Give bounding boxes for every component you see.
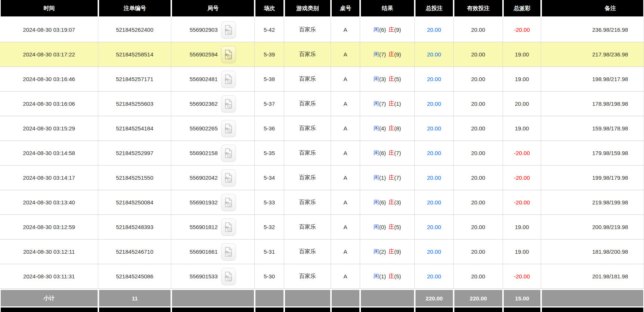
video-replay-button[interactable] bbox=[221, 219, 236, 236]
video-replay-button[interactable] bbox=[221, 243, 236, 260]
cell-total-bet[interactable]: 20.00 bbox=[415, 190, 454, 215]
video-file-icon bbox=[224, 222, 233, 232]
cell-remark: 198.98/217.98 bbox=[541, 67, 644, 92]
cell-total-bet[interactable]: 20.00 bbox=[415, 67, 454, 92]
cell-total-payout: 19.00 bbox=[503, 67, 541, 92]
cell-result: 闲(6)庄(3) bbox=[360, 190, 415, 215]
table-row[interactable]: 2024-08-30 03:19:07521845262400556902903… bbox=[0, 18, 644, 42]
banker-score: (5) bbox=[394, 273, 401, 279]
table-row[interactable]: 2024-08-30 03:12:59521845248393556901812… bbox=[0, 215, 644, 240]
table-row[interactable]: 2024-08-30 03:13:40521845250084556901932… bbox=[0, 190, 644, 215]
next-header-cell bbox=[331, 308, 360, 312]
cell-remark: 201.98/181.98 bbox=[541, 264, 644, 289]
video-replay-button[interactable] bbox=[221, 95, 236, 112]
round-id-text: 556902481 bbox=[190, 76, 218, 82]
video-replay-button[interactable] bbox=[221, 46, 236, 63]
cell-total-bet[interactable]: 20.00 bbox=[415, 240, 454, 264]
video-replay-button[interactable] bbox=[221, 169, 236, 186]
video-replay-button[interactable] bbox=[221, 21, 236, 38]
cell-total-bet[interactable]: 20.00 bbox=[415, 215, 454, 240]
cell-result: 闲(6)庄(7) bbox=[360, 141, 415, 166]
banker-score: (7) bbox=[394, 150, 401, 156]
video-replay-button[interactable] bbox=[221, 120, 236, 137]
cell-total-bet[interactable]: 20.00 bbox=[415, 42, 454, 67]
cell-time: 2024-08-30 03:17:22 bbox=[0, 42, 98, 67]
player-score: (3) bbox=[379, 76, 386, 82]
cell-time: 2024-08-30 03:12:11 bbox=[0, 240, 98, 264]
banker-score: (8) bbox=[394, 125, 401, 132]
cell-remark: 199.98/179.98 bbox=[541, 166, 644, 190]
cell-total-payout: 19.00 bbox=[503, 215, 541, 240]
cell-bet-id: 521845248393 bbox=[98, 215, 171, 240]
table-row[interactable]: 2024-08-30 03:16:46521845257171556902481… bbox=[0, 67, 644, 92]
col-header-result: 结果 bbox=[360, 0, 415, 16]
banker-score: (1) bbox=[394, 101, 401, 107]
player-label: 闲 bbox=[374, 51, 379, 58]
player-label: 闲 bbox=[374, 248, 379, 255]
subtotal-empty bbox=[331, 290, 360, 306]
cell-round-id: 556902158 bbox=[171, 141, 255, 166]
cell-remark: 236.98/216.98 bbox=[541, 18, 644, 42]
video-file-icon bbox=[224, 50, 233, 59]
table-row[interactable]: 2024-08-30 03:14:58521845252997556902158… bbox=[0, 141, 644, 166]
col-header-table-no: 桌号 bbox=[331, 0, 360, 16]
table-subtotal-row: 小计 11 220.00 220.00 15.00 bbox=[0, 290, 644, 306]
cell-total-payout: -20.00 bbox=[503, 264, 541, 289]
round-id-text: 556901533 bbox=[190, 273, 218, 279]
table-row[interactable]: 2024-08-30 03:14:17521845251550556902042… bbox=[0, 166, 644, 190]
cell-table-no: A bbox=[331, 166, 360, 190]
cell-game-type: 百家乐 bbox=[284, 116, 331, 141]
cell-session: 5-33 bbox=[255, 190, 284, 215]
col-header-session: 场次 bbox=[255, 0, 284, 16]
cell-game-type: 百家乐 bbox=[284, 141, 331, 166]
subtotal-label: 小计 bbox=[0, 290, 98, 306]
table-row[interactable]: 2024-08-30 03:15:29521845254184556902265… bbox=[0, 116, 644, 141]
cell-game-type: 百家乐 bbox=[284, 67, 331, 92]
next-header-cell bbox=[255, 308, 284, 312]
cell-remark: 181.98/200.98 bbox=[541, 240, 644, 264]
video-file-icon bbox=[224, 247, 233, 257]
cell-total-bet[interactable]: 20.00 bbox=[415, 264, 454, 289]
cell-valid-bet: 20.00 bbox=[454, 141, 503, 166]
cell-valid-bet: 20.00 bbox=[454, 240, 503, 264]
video-file-icon bbox=[224, 99, 233, 109]
col-header-total-bet: 总投注 bbox=[415, 0, 454, 16]
video-replay-button[interactable] bbox=[221, 71, 236, 88]
banker-label: 庄 bbox=[389, 273, 394, 280]
video-replay-button[interactable] bbox=[221, 194, 236, 211]
next-header-cell bbox=[415, 308, 454, 312]
table-row[interactable]: 2024-08-30 03:11:31521845245086556901533… bbox=[0, 264, 644, 289]
cell-session: 5-30 bbox=[255, 264, 284, 289]
cell-total-bet[interactable]: 20.00 bbox=[415, 141, 454, 166]
cell-table-no: A bbox=[331, 67, 360, 92]
player-label: 闲 bbox=[374, 149, 379, 157]
video-replay-button[interactable] bbox=[221, 145, 236, 162]
subtotal-total-bet: 220.00 bbox=[415, 290, 454, 306]
cell-round-id: 556902903 bbox=[171, 18, 255, 42]
round-id-text: 556902594 bbox=[190, 51, 218, 58]
subtotal-valid-bet: 220.00 bbox=[454, 290, 503, 306]
cell-total-bet[interactable]: 20.00 bbox=[415, 116, 454, 141]
cell-game-type: 百家乐 bbox=[284, 42, 331, 67]
video-file-icon bbox=[224, 198, 233, 207]
table-row[interactable]: 2024-08-30 03:17:22521845258514556902594… bbox=[0, 42, 644, 67]
cell-time: 2024-08-30 03:13:40 bbox=[0, 190, 98, 215]
table-row[interactable]: 2024-08-30 03:12:11521845246710556901661… bbox=[0, 240, 644, 264]
cell-total-bet[interactable]: 20.00 bbox=[415, 166, 454, 190]
banker-label: 庄 bbox=[389, 75, 394, 83]
table-row[interactable]: 2024-08-30 03:16:06521845255603556902362… bbox=[0, 92, 644, 116]
cell-game-type: 百家乐 bbox=[284, 190, 331, 215]
cell-table-no: A bbox=[331, 264, 360, 289]
player-label: 闲 bbox=[374, 223, 379, 231]
cell-time: 2024-08-30 03:11:31 bbox=[0, 264, 98, 289]
cell-session: 5-35 bbox=[255, 141, 284, 166]
cell-game-type: 百家乐 bbox=[284, 215, 331, 240]
cell-result: 闲(1)庄(5) bbox=[360, 264, 415, 289]
cell-remark: 178.98/198.98 bbox=[541, 92, 644, 116]
player-score: (0) bbox=[379, 224, 386, 230]
cell-total-bet[interactable]: 20.00 bbox=[415, 18, 454, 42]
video-replay-button[interactable] bbox=[221, 268, 236, 285]
cell-table-no: A bbox=[331, 215, 360, 240]
cell-total-bet[interactable]: 20.00 bbox=[415, 92, 454, 116]
cell-round-id: 556902042 bbox=[171, 166, 255, 190]
